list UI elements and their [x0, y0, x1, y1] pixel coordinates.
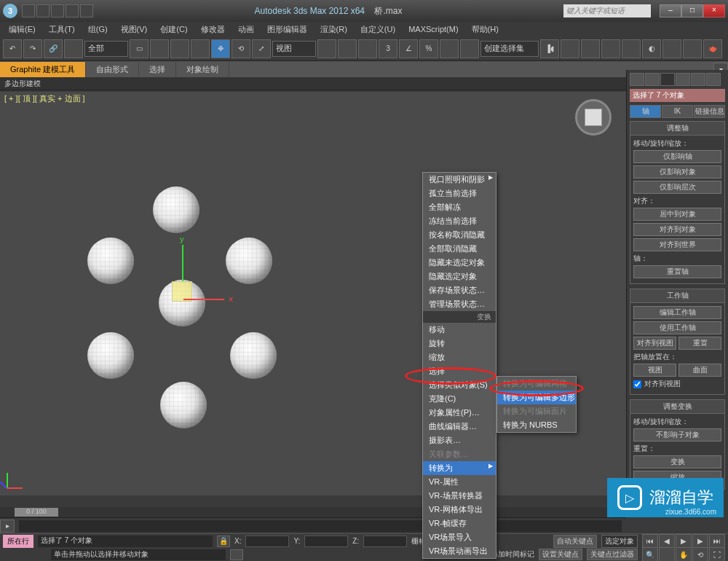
tab-create-icon[interactable]: [630, 73, 644, 86]
maxscript-listener[interactable]: 所在行: [3, 535, 33, 548]
hierarchy-pivot-button[interactable]: 轴: [630, 105, 661, 118]
center-to-object-button[interactable]: 居中到对象: [633, 208, 721, 221]
ctx-isolate[interactable]: 孤立当前选择: [423, 187, 496, 200]
nav-zoom-all-icon[interactable]: [659, 547, 675, 561]
redo-icon[interactable]: ↷: [23, 39, 42, 58]
affect-hierarchy-button[interactable]: 仅影响层次: [633, 181, 721, 194]
menu-group[interactable]: 组(G): [82, 23, 114, 36]
tab-utilities-icon[interactable]: [706, 73, 721, 86]
menu-help[interactable]: 帮助(H): [466, 23, 505, 36]
render-setup-icon[interactable]: [662, 39, 681, 58]
rollout-title[interactable]: 调整轴: [630, 121, 725, 136]
menu-animation[interactable]: 动画: [232, 23, 260, 36]
goto-end-icon[interactable]: ⏭: [709, 534, 725, 549]
track-ruler[interactable]: [19, 520, 622, 532]
scene-object-sphere[interactable]: [153, 187, 199, 233]
ribbon-tab-selection[interactable]: 选择: [139, 62, 176, 77]
rollout-title[interactable]: 工作轴: [630, 289, 725, 303]
ctx-freeze-sel[interactable]: 冻结当前选择: [423, 214, 496, 228]
ctx-to-editable-mesh[interactable]: 转换为可编辑网格: [497, 377, 576, 391]
ctx-unhide-name[interactable]: 按名称取消隐藏: [423, 228, 496, 242]
dont-affect-children-button[interactable]: 不影响子对象: [633, 428, 721, 442]
rollout-title[interactable]: 调整变换: [630, 399, 725, 414]
named-selection-dropdown[interactable]: 创建选择集: [480, 41, 539, 57]
reset-wp-button[interactable]: 重置: [678, 337, 721, 350]
layers-icon[interactable]: [581, 39, 600, 58]
qat-new-icon[interactable]: [22, 4, 35, 17]
percent-snap-icon[interactable]: %: [419, 39, 438, 58]
ctx-vray-scene-conv[interactable]: VR-场景转换器: [423, 489, 496, 503]
ctx-scale[interactable]: 缩放: [423, 350, 496, 364]
qat-undo-icon[interactable]: [66, 4, 79, 17]
ribbon-tab-modeling[interactable]: Graphite 建模工具: [0, 62, 86, 77]
select-name-icon[interactable]: [150, 39, 169, 58]
select-region-icon[interactable]: [170, 39, 189, 58]
ctx-unfreeze-all[interactable]: 全部解冻: [423, 200, 496, 214]
snap-toggle-icon[interactable]: 3: [379, 39, 397, 58]
ribbon-tab-freeform[interactable]: 自由形式: [86, 62, 139, 77]
setkey-button[interactable]: 设置关键点: [539, 549, 582, 560]
affect-object-button[interactable]: 仅影响对象: [633, 165, 721, 178]
menu-modifiers[interactable]: 修改器: [195, 23, 231, 36]
viewport-label[interactable]: [ + ][ 顶 ][ 真实 + 边面 ]: [4, 93, 85, 104]
place-surface-button[interactable]: 曲面: [678, 364, 721, 377]
rotate-icon[interactable]: ⟲: [232, 39, 250, 58]
render-frame-icon[interactable]: [683, 39, 702, 58]
key-target-dropdown[interactable]: 选定对象: [601, 535, 638, 548]
menu-create[interactable]: 创建(C): [154, 23, 193, 36]
menu-customize[interactable]: 自定义(U): [355, 23, 401, 36]
menu-tools[interactable]: 工具(T): [43, 23, 81, 36]
minimize-button[interactable]: –: [660, 4, 681, 17]
ctx-convert-to[interactable]: 转换为: [423, 461, 496, 475]
viewport[interactable]: [ + ][ 顶 ][ 真实 + 边面 ]: [0, 92, 626, 495]
next-frame-icon[interactable]: ▶: [692, 534, 708, 549]
unlink-icon[interactable]: [64, 39, 83, 58]
material-editor-icon[interactable]: ◐: [642, 39, 661, 58]
scene-object-sphere[interactable]: [230, 332, 277, 379]
ctx-hide-unsel[interactable]: 隐藏未选定对象: [423, 256, 496, 270]
ctx-to-editable-patch[interactable]: 转换为可编辑面片: [497, 404, 576, 418]
menu-views[interactable]: 视图(V): [115, 23, 154, 36]
named-selection-icon[interactable]: [460, 39, 479, 58]
add-time-tag[interactable]: 添加时间标记: [491, 549, 534, 560]
lock-selection-icon[interactable]: 🔒: [217, 536, 230, 547]
undo-icon[interactable]: ↶: [3, 39, 22, 58]
selection-filter-dropdown[interactable]: 全部: [84, 41, 128, 57]
pivot-center-icon[interactable]: [317, 39, 336, 58]
nav-pan-icon[interactable]: ✋: [676, 547, 692, 561]
ref-coord-dropdown[interactable]: 视图: [272, 41, 316, 57]
scene-object-sphere[interactable]: [160, 382, 207, 428]
ctx-manage-state[interactable]: 管理场景状态…: [423, 297, 496, 311]
help-search-input[interactable]: 键入关键字或短语: [563, 4, 651, 17]
close-button[interactable]: ×: [703, 4, 725, 17]
ctx-vray-props[interactable]: VR-属性: [423, 475, 496, 489]
align-to-view-checkbox[interactable]: [633, 380, 641, 388]
ctx-vray-mesh-export[interactable]: VR-网格体导出: [423, 503, 496, 517]
isolate-toggle-icon[interactable]: [230, 549, 243, 560]
viewcube[interactable]: [575, 99, 612, 136]
scene-object-sphere[interactable]: [87, 238, 134, 284]
ctx-to-nurbs[interactable]: 转换为 NURBS: [497, 418, 576, 432]
move-icon[interactable]: ✥: [211, 39, 230, 58]
scale-icon[interactable]: ⤢: [252, 39, 271, 58]
ctx-move[interactable]: 移动: [423, 323, 496, 337]
key-filters-button[interactable]: 关键点过滤器: [587, 549, 638, 560]
window-crossing-icon[interactable]: [191, 39, 210, 58]
schematic-view-icon[interactable]: [622, 39, 641, 58]
time-slider-thumb[interactable]: 0 / 100: [15, 508, 58, 517]
ctx-vray-scene-import[interactable]: VR场景导入: [423, 530, 496, 544]
reset-pivot-button[interactable]: 重置轴: [633, 265, 721, 278]
goto-start-icon[interactable]: ⏮: [642, 534, 658, 549]
manipulate-icon[interactable]: [338, 39, 357, 58]
time-slider[interactable]: 0 / 100: [0, 507, 626, 517]
align-to-view-button[interactable]: 对齐到视图: [633, 337, 676, 350]
ribbon-tab-paint[interactable]: 对象绘制: [176, 62, 229, 77]
align-to-world-button[interactable]: 对齐到世界: [633, 238, 721, 251]
selection-name-field[interactable]: 选择了 7 个对象: [630, 89, 725, 102]
coord-y-input[interactable]: [304, 536, 348, 547]
app-logo-icon[interactable]: 3: [3, 4, 17, 18]
ctx-curve-editor[interactable]: 曲线编辑器…: [423, 420, 496, 434]
menu-maxscript[interactable]: MAXScript(M): [403, 23, 464, 35]
render-icon[interactable]: 🫖: [703, 39, 722, 58]
ctx-dope-sheet[interactable]: 摄影表…: [423, 434, 496, 447]
